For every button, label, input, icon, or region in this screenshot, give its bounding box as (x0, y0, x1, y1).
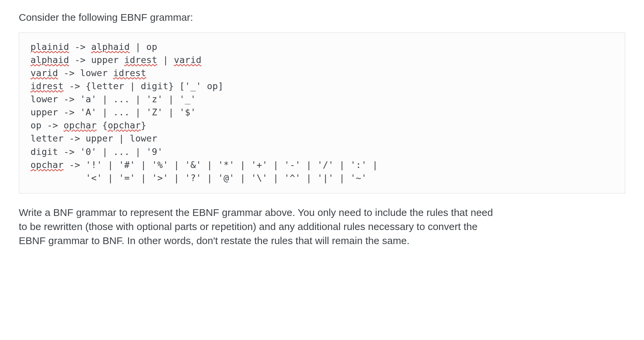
spellcheck-token: opchar (30, 160, 64, 170)
spellcheck-token: varid (174, 55, 201, 65)
question-container: Consider the following EBNF grammar: pla… (0, 0, 644, 261)
spellcheck-token: varid (30, 68, 58, 78)
intro-text: Consider the following EBNF grammar: (19, 11, 625, 24)
spellcheck-token: idrest (113, 68, 146, 78)
spellcheck-token: opchar (108, 120, 141, 130)
spellcheck-token: idrest (124, 55, 157, 65)
spellcheck-token: alphaid (30, 55, 69, 65)
grammar-code: plainid -> alphaid | op alphaid -> upper… (30, 40, 615, 185)
grammar-codebox: plainid -> alphaid | op alphaid -> upper… (19, 33, 625, 194)
task-text: Write a BNF grammar to represent the EBN… (19, 206, 498, 248)
spellcheck-token: idrest (30, 81, 64, 91)
spellcheck-token: opchar (64, 120, 97, 130)
spellcheck-token: alphaid (91, 42, 130, 52)
spellcheck-token: plainid (30, 42, 69, 52)
